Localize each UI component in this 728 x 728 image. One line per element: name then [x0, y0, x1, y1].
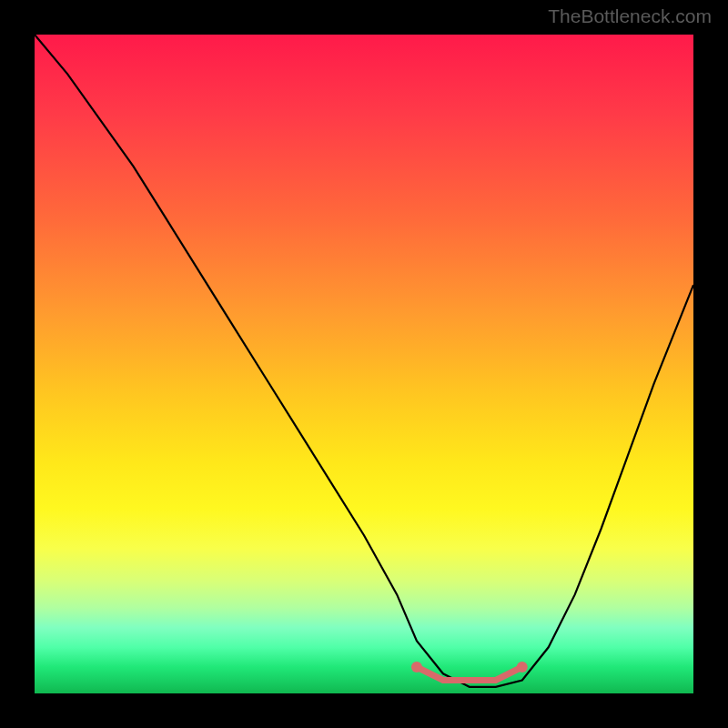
chart-plot-area	[35, 35, 693, 693]
chart-svg	[35, 35, 693, 693]
watermark-text: TheBottleneck.com	[548, 5, 712, 27]
highlight-point-left	[411, 662, 422, 672]
flat-highlight-path	[417, 667, 522, 681]
highlight-point-right	[517, 662, 528, 672]
main-curve-path	[35, 35, 693, 687]
